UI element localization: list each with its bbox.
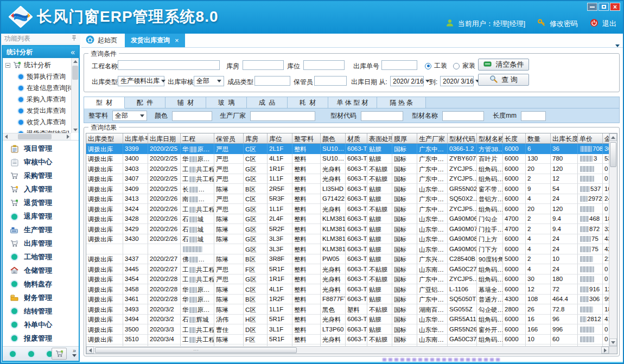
sidebar-item-补单中心[interactable]: 补单中心 (3, 318, 79, 331)
material-tab-2[interactable]: 辅 材 (165, 97, 206, 108)
table-row[interactable]: 调拨出库34072020/2/25工共工程严思G区1L1F整料光身料6063-T… (86, 174, 609, 184)
sidebar-item-财务管理[interactable]: 财务管理 (3, 291, 79, 304)
product-type-input[interactable] (254, 76, 290, 86)
tree-expander-icon[interactable] (5, 63, 10, 68)
tree-item[interactable]: 在途信息查询[待 (3, 82, 71, 94)
material-tab-5[interactable]: 耗 材 (288, 97, 328, 108)
order-no-input[interactable] (381, 60, 417, 70)
module-dot-icon[interactable] (28, 351, 34, 357)
manufacturer-input[interactable] (250, 111, 315, 121)
section-header[interactable]: 统计分析 « (3, 46, 79, 58)
pin-icon[interactable] (71, 35, 77, 43)
close-button[interactable]: × (610, 3, 620, 11)
table-row[interactable]: 调拨出库34372020/2/27佛…陈琳B区3R8F整料PW056063-T5… (86, 254, 609, 265)
column-header-17[interactable]: 出库长度 (551, 133, 578, 144)
sidebar-item-报废管理[interactable]: 报废管理 (3, 331, 79, 345)
logout-button[interactable]: 退出 (602, 19, 616, 29)
chevron-down-icon[interactable] (615, 40, 620, 49)
keeper-input[interactable] (314, 76, 347, 86)
sidebar-item-审核中心[interactable]: 审核中心 (3, 156, 79, 169)
material-tab-0[interactable]: 型 材 (84, 97, 125, 108)
sidebar-item-入库管理[interactable]: 入库管理 (3, 183, 79, 196)
tree-item[interactable]: 退货查询[待定] (3, 128, 71, 133)
table-row[interactable]: 调拨出库34292020/2/26石城陈琳G区5R2F整料KLM38176063… (86, 224, 609, 234)
table-row[interactable]: 调拨出库34302020/2/26石城陈琳G区3L3F整料KLM38176063… (86, 234, 609, 245)
whole-select[interactable]: 全部 (112, 111, 147, 121)
tree-item[interactable]: 收货入库查询 (3, 117, 71, 128)
table-row[interactable]: 调拨出库35002020/3/3工共工程曹佳D区3L1F整料LT3P606063… (86, 324, 609, 335)
column-header-11[interactable]: 膜厚 (392, 133, 417, 144)
sidebar-item-生产管理[interactable]: 生产管理 (3, 223, 79, 237)
out-type-select[interactable]: 生产领料出库 (118, 76, 164, 86)
tab-home[interactable]: 起始页 (81, 34, 125, 47)
table-row[interactable]: G区3L3F整料KLM38176063-T5贴膜国标山东华…GA90M09.门下… (86, 244, 609, 254)
collapse-icon[interactable]: « (71, 48, 75, 56)
tree-item[interactable]: 采购入库查询 (3, 94, 71, 105)
sidebar-item-工地管理[interactable]: 工地管理 (3, 251, 79, 264)
table-row[interactable]: 调拨出库34002020/2/25华原…严思C区4L1F整料SU10…6063-… (86, 154, 609, 164)
table-row[interactable]: 调拨出库33992020/2/25华原…严思C区2L1F整料SU10…6063-… (86, 144, 609, 154)
column-header-8[interactable]: 颜色 (321, 133, 346, 144)
material-tab-1[interactable]: 配 件 (125, 97, 165, 108)
grid-vertical-scrollbar[interactable] (609, 133, 617, 346)
warehouse-input[interactable] (243, 60, 284, 70)
sidebar-item-退货管理[interactable]: 退货管理 (3, 196, 79, 210)
tab-shipment-query[interactable]: 发货出库查询 × (125, 34, 185, 47)
table-row[interactable]: 调拨出库34092020/2/25长…陈琳B区2R5F整料LI35HD6063-… (86, 184, 609, 194)
column-header-6[interactable]: 库位 (268, 133, 292, 144)
tree-item[interactable]: 发货出库查询 (3, 105, 71, 117)
date-to-select[interactable]: 2020/ 3/16 (440, 76, 474, 86)
tab-close-icon[interactable]: × (175, 36, 179, 44)
column-header-14[interactable]: 型材名称 (477, 133, 503, 144)
sidebar-item-仓储管理[interactable]: 仓储管理 (3, 264, 79, 277)
color-input[interactable] (172, 111, 212, 121)
project-name-input[interactable] (118, 60, 220, 70)
column-header-12[interactable]: 生产厂家 (417, 133, 448, 144)
module-dot-icon[interactable] (10, 351, 16, 357)
clear-conditions-button[interactable]: 清空条件 (478, 59, 529, 71)
column-header-7[interactable]: 整零料 (292, 133, 321, 144)
table-row[interactable]: 调拨出库34932020/3/2华原…陈琳C区1L1F整料黑色塑料不贴膜国标湖南… (86, 304, 609, 315)
column-header-15[interactable]: 长度 (503, 133, 526, 144)
tree-root[interactable]: 统计分析 (3, 59, 71, 71)
radio-unselected-icon[interactable] (453, 63, 460, 69)
minimize-button[interactable] (587, 3, 597, 11)
sidebar-item-项目管理[interactable]: 项目管理 (3, 142, 79, 156)
table-row[interactable]: 调拨出库34942020/3/2石辉城汤伟H区5R1F整料光身料6063-T5贴… (86, 315, 609, 325)
radio-selected-icon[interactable] (425, 63, 431, 69)
column-header-10[interactable]: 表面处理 (367, 133, 392, 144)
table-row[interactable]: 调拨出库34542020/2/28工共工程严思G区1R1F整料光身料6063-T… (86, 274, 609, 285)
location-input[interactable] (303, 60, 345, 70)
column-header-3[interactable]: 工程 (181, 133, 214, 144)
sidebar-item-结转管理[interactable]: 结转管理 (3, 304, 79, 318)
table-row[interactable]: 调拨出库34282020/2/26石城陈琳G区2L4F整料KLM38176063… (86, 214, 609, 225)
table-row[interactable]: 调拨出库34032020/2/25工共工程严思G区1R1F整料光身料6063-T… (86, 164, 609, 174)
sidebar-item-物料盘存[interactable]: 物料盘存 (3, 277, 79, 291)
column-header-1[interactable]: 出库单号 (123, 133, 148, 144)
grid-horizontal-scrollbar[interactable]: ··· (86, 346, 609, 354)
search-button[interactable]: 查 询 (478, 74, 529, 86)
sidebar-item-出库管理[interactable]: 出库管理 (3, 237, 79, 251)
radio-gongzhuang[interactable]: 工装 (425, 61, 447, 71)
profile-code-input[interactable] (361, 111, 403, 121)
column-header-18[interactable]: 单价 (578, 133, 603, 144)
table-row[interactable]: 调拨出库34452020/2/27工共工程严思F区5R1F整料光身料6063-T… (86, 264, 609, 274)
table-row[interactable]: 调拨出库34612020/2/28华原…陈琳B区1R2F整料F8877FT606… (86, 295, 609, 305)
more-modules-button[interactable]: » (72, 348, 77, 357)
column-header-9[interactable]: 材质 (346, 133, 367, 144)
column-header-2[interactable]: 出库日期 (148, 133, 181, 144)
column-header-5[interactable]: 库房 (244, 133, 268, 144)
profile-name-input[interactable] (442, 111, 484, 121)
table-row[interactable]: 调拨出库34242020/2/26工共工程严思G区1L1F整料光身料6063-T… (86, 204, 609, 214)
date-from-select[interactable]: 2020/ 2/16 (390, 76, 424, 86)
tree-item[interactable]: 预算执行查询 (3, 71, 71, 82)
column-header-0[interactable]: 出库类型 (86, 133, 123, 144)
material-tab-4[interactable]: 成 品 (247, 97, 288, 108)
radio-jiazhuang[interactable]: 家装 (453, 61, 475, 71)
material-tab-7[interactable]: 隔 热 条 (377, 97, 426, 108)
tree-vertical-scrollbar[interactable] (71, 58, 79, 133)
column-header-16[interactable]: 数量 (526, 133, 551, 144)
length-input[interactable] (521, 111, 546, 121)
change-password-link[interactable]: 修改密码 (550, 19, 578, 29)
cart-module-button[interactable] (52, 348, 67, 360)
